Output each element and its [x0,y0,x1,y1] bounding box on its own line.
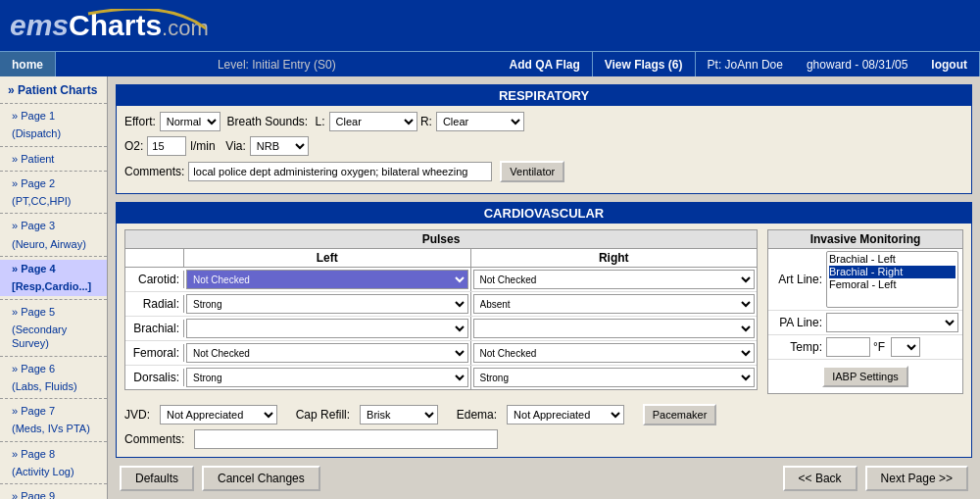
divider [0,171,107,172]
pulses-container: Pulses Left Right Carotid: Not Checked [124,229,758,394]
temp-input[interactable] [826,337,870,357]
edema-select[interactable]: Not Appreciated Appreciated [507,405,624,424]
respiratory-content: Effort: Normal Breath Sounds: L: Clear R… [117,106,971,193]
temp-label: Temp: [772,340,826,354]
pulses-col-headers: Left Right [125,249,757,268]
resp-comments-row: Comments: Ventilator [124,161,963,182]
iabp-row: IABP Settings [768,360,962,393]
carotid-right-select[interactable]: Not Checked Strong Absent [473,270,756,289]
radial-row: Radial: Not Checked Strong Absent [125,292,757,317]
sidebar-page7-sub[interactable]: (Meds, IVs PTA) [0,420,107,437]
dorsalis-row: Dorsalis: Not Checked Strong Absent [125,366,757,389]
cardio-comments-label: Comments: [124,432,184,446]
brachial-right-select[interactable]: Not Checked Strong [473,319,756,338]
brachial-left-select[interactable]: Not Checked Strong [186,319,468,338]
content: RESPIRATORY Effort: Normal Breath Sounds… [108,76,980,499]
next-button[interactable]: Next Page >> [865,466,968,491]
sidebar-page2[interactable]: » Page 2 [0,175,107,192]
via-label: Via: [225,139,245,153]
art-line-opt2[interactable]: Brachial - Right [829,266,956,278]
divider [0,256,107,257]
edema-label: Edema: [457,408,497,422]
nav-add-qa-flag[interactable]: Add QA Flag [498,52,593,76]
defaults-button[interactable]: Defaults [120,466,194,491]
sidebar-page6-sub[interactable]: (Labs, Fluids) [0,377,107,395]
sidebar-patient[interactable]: » Patient [0,150,107,168]
sidebar-page9[interactable]: » Page 9 [0,487,107,499]
sidebar-page5[interactable]: » Page 5 [0,303,107,321]
radial-right-cell: Not Checked Strong Absent [471,292,758,316]
divider [0,146,107,147]
iabp-button[interactable]: IABP Settings [822,366,908,387]
via-select[interactable]: NRB [250,136,309,156]
sidebar-patient-charts[interactable]: » Patient Charts [0,80,107,100]
temp-select[interactable] [891,337,920,357]
footer-buttons: Defaults Cancel Changes << Back Next Pag… [116,466,972,491]
logo-arc [10,9,206,60]
o2-input[interactable] [147,136,186,156]
breath-sounds-label: Breath Sounds: [226,115,308,128]
o2-unit: l/min [190,139,215,153]
cardio-main: Pulses Left Right Carotid: Not Checked [117,224,971,400]
breath-right-select[interactable]: Clear [436,112,524,131]
sidebar-page7[interactable]: » Page 7 [0,402,107,420]
divider [0,441,107,442]
femoral-right-select[interactable]: Not Checked Strong Absent [473,343,756,363]
dorsalis-left-select[interactable]: Not Checked Strong Absent [186,368,468,387]
art-line-opt1[interactable]: Brachial - Left [829,253,956,266]
sidebar-page4[interactable]: » Page 4 [0,260,107,277]
divider [0,213,107,214]
sidebar-page1-sub[interactable]: (Dispatch) [0,125,107,142]
pa-line-label: PA Line: [772,316,826,329]
cancel-button[interactable]: Cancel Changes [202,466,320,491]
dorsalis-right-select[interactable]: Not Checked Strong Absent [473,368,756,387]
sidebar-page5-sub[interactable]: (Secondary Survey) [0,321,107,353]
art-line-opt3[interactable]: Femoral - Left [829,278,956,291]
sidebar-page1[interactable]: » Page 1 [0,107,107,125]
jvd-select[interactable]: Not Appreciated Appreciated [160,405,277,424]
pacemaker-button[interactable]: Pacemaker [643,404,717,425]
cardio-comments-input[interactable] [194,429,498,449]
radial-left-select[interactable]: Not Checked Strong Absent [186,294,468,314]
cardio-comments-row: Comments: [124,429,963,449]
radial-left-cell: Not Checked Strong Absent [184,292,471,316]
nav-view-flags[interactable]: View Flags (6) [593,52,696,76]
sidebar-page2-sub[interactable]: (PT,CC,HPI) [0,192,107,210]
pulses-right-col: Right [471,249,758,267]
ventilator-button[interactable]: Ventilator [500,161,564,182]
sidebar-page4-sub[interactable]: [Resp,Cardio...] [0,277,107,295]
invasive-container: Invasive Monitoring Art Line: Brachial -… [767,229,963,394]
invasive-box: Invasive Monitoring Art Line: Brachial -… [767,229,963,394]
carotid-left-select[interactable]: Not Checked Strong Absent [186,270,468,289]
art-line-container: Brachial - Left Brachial - Right Femoral… [826,251,958,308]
sidebar-page6[interactable]: » Page 6 [0,360,107,377]
footer-right: << Back Next Page >> [783,466,968,491]
back-button[interactable]: << Back [783,466,858,491]
left-label: L: [316,115,325,128]
divider [0,103,107,104]
breath-left-select[interactable]: Clear [329,112,417,131]
effort-select[interactable]: Normal [160,112,220,131]
nav-logout[interactable]: logout [919,52,980,76]
cardio-bottom-row1: JVD: Not Appreciated Appreciated Cap Ref… [124,404,963,425]
art-line-row: Art Line: Brachial - Left Brachial - Rig… [768,249,962,311]
carotid-row: Carotid: Not Checked Strong Absent [125,268,757,292]
brachial-left-cell: Not Checked Strong [184,317,471,340]
respiratory-section: RESPIRATORY Effort: Normal Breath Sounds… [116,84,972,194]
sidebar-page8-sub[interactable]: (Activity Log) [0,463,107,480]
sidebar-page8[interactable]: » Page 8 [0,445,107,463]
radial-right-select[interactable]: Not Checked Strong Absent [473,294,756,314]
o2-label: O2: [124,139,143,153]
sidebar-page3-sub[interactable]: (Neuro, Airway) [0,235,107,253]
divider [0,398,107,399]
cap-refill-select[interactable]: Brisk Delayed [360,405,438,424]
art-line-listbox[interactable]: Brachial - Left Brachial - Right Femoral… [826,251,958,308]
sidebar-page3[interactable]: » Page 3 [0,217,107,234]
pa-line-row: PA Line: [768,311,962,335]
resp-comments-label: Comments: [124,165,184,178]
nav-patient: Pt: JoAnn Doe [696,55,795,75]
pa-line-select[interactable] [826,313,958,332]
femoral-left-select[interactable]: Not Checked Strong Absent [186,343,468,363]
resp-comments-input[interactable] [188,162,492,181]
sidebar: » Patient Charts » Page 1 (Dispatch) » P… [0,76,108,499]
